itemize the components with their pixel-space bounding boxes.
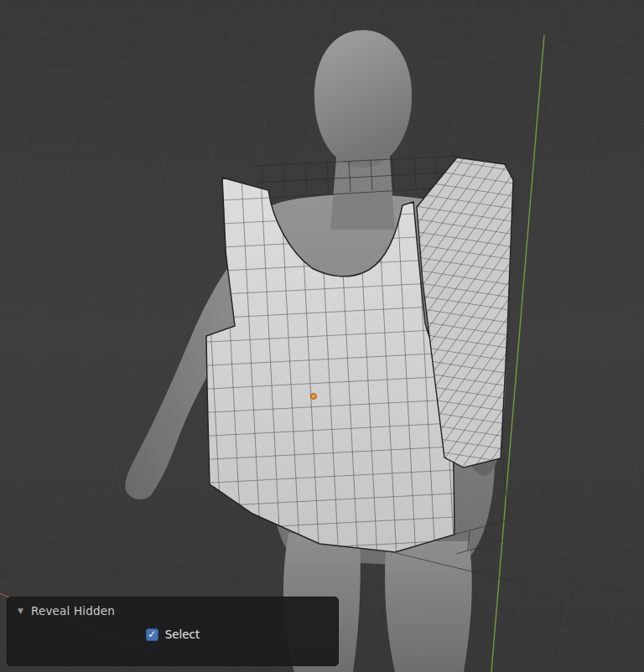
operator-panel-header[interactable]: ▼ Reveal Hidden (8, 597, 338, 620)
operator-redo-panel[interactable]: ▼ Reveal Hidden ✓ Select (7, 597, 339, 666)
select-label: Select (165, 628, 200, 641)
object-origin-point[interactable] (311, 394, 317, 400)
mannequin-head (314, 30, 412, 168)
select-option-row[interactable]: ✓ Select (8, 628, 338, 641)
blender-3d-viewport[interactable]: ▼ Reveal Hidden ✓ Select (0, 0, 644, 672)
collapse-triangle-icon[interactable]: ▼ (18, 607, 23, 615)
select-checkbox[interactable]: ✓ (146, 628, 158, 641)
operator-panel-title: Reveal Hidden (31, 604, 115, 618)
checkmark-icon: ✓ (148, 629, 156, 639)
scene-canvas (0, 0, 644, 672)
